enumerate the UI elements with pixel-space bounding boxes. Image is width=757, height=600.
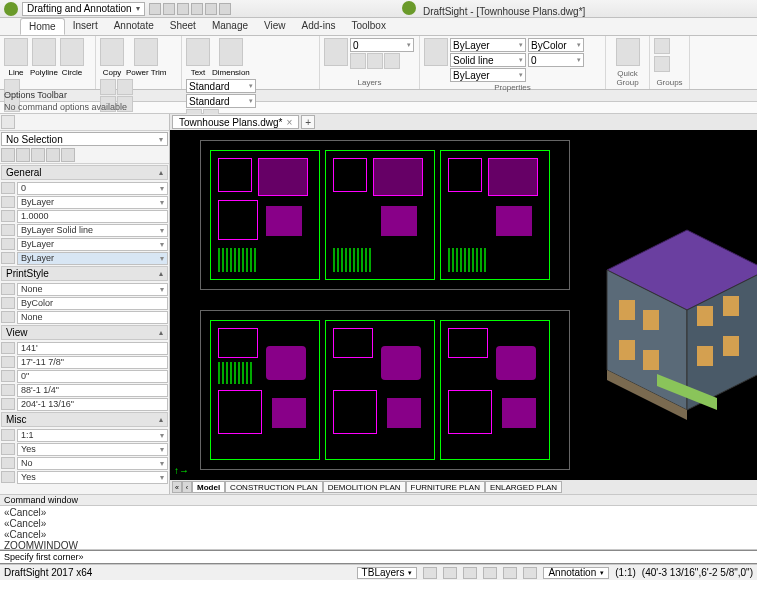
quick-access-toolbar: [149, 3, 231, 15]
prop-v2[interactable]: 17'-11 7/8": [17, 356, 168, 369]
tab-toolbox[interactable]: Toolbox: [343, 18, 393, 35]
prop-scale[interactable]: 1.0000: [17, 210, 168, 223]
add-doc-button[interactable]: +: [301, 115, 315, 129]
ps2-icon: [1, 297, 15, 309]
prop-m2[interactable]: Yes: [17, 443, 168, 456]
qat-new-icon[interactable]: [149, 3, 161, 15]
qat-print-icon[interactable]: [191, 3, 203, 15]
tab-view[interactable]: View: [256, 18, 294, 35]
qat-open-icon[interactable]: [163, 3, 175, 15]
window-title: DraftSight - [Townhouse Plans.dwg*]: [235, 1, 753, 17]
pal-filter-3-icon[interactable]: [31, 148, 45, 162]
prop-v3[interactable]: 0": [17, 370, 168, 383]
etrack-toggle[interactable]: [523, 567, 537, 579]
close-tab-icon[interactable]: ×: [286, 117, 292, 128]
lw-combo[interactable]: 0: [528, 53, 584, 67]
line-icon[interactable]: [4, 38, 28, 66]
prop-ps2[interactable]: ByColor: [17, 297, 168, 310]
pal-filter-4-icon[interactable]: [46, 148, 60, 162]
color-combo[interactable]: ByLayer: [450, 38, 526, 52]
grid-toggle[interactable]: [443, 567, 457, 579]
polyline-icon[interactable]: [32, 38, 56, 66]
sheet-construction[interactable]: CONSTRUCTION PLAN: [225, 481, 323, 493]
pal-pin-icon[interactable]: [1, 115, 15, 129]
layer-combo[interactable]: 0: [350, 38, 414, 52]
qat-redo-icon[interactable]: [219, 3, 231, 15]
tab-addins[interactable]: Add-ins: [294, 18, 344, 35]
group-icon[interactable]: [654, 38, 670, 54]
svg-rect-9: [697, 346, 713, 366]
layer2-combo[interactable]: ByLayer: [450, 68, 526, 82]
dim-style-combo[interactable]: Standard: [186, 94, 256, 108]
prop-highlight[interactable]: ByLayer: [17, 252, 168, 265]
layer-tool-3-icon[interactable]: [384, 53, 400, 69]
prop-m4[interactable]: Yes: [17, 471, 168, 484]
quick-group-icon[interactable]: [616, 38, 640, 66]
bycolor-combo[interactable]: ByColor: [528, 38, 584, 52]
pal-filter-5-icon[interactable]: [61, 148, 75, 162]
sheet-nav-first[interactable]: «: [172, 481, 182, 493]
qat-undo-icon[interactable]: [205, 3, 217, 15]
drawing-canvas[interactable]: ↑→: [170, 130, 757, 480]
command-window-header: Command window: [0, 494, 757, 506]
prop-m1[interactable]: 1:1: [17, 429, 168, 442]
ribbon-group-layers: 0 Layers: [320, 36, 420, 89]
doc-tab-active[interactable]: Townhouse Plans.dwg*×: [172, 115, 299, 129]
esnap-toggle[interactable]: [503, 567, 517, 579]
section-printstyle[interactable]: PrintStyle: [1, 266, 168, 281]
sheet-demolition[interactable]: DEMOLITION PLAN: [323, 481, 406, 493]
prop-ps1[interactable]: None: [17, 283, 168, 296]
sheet-model[interactable]: Model: [192, 481, 225, 493]
dimension-icon[interactable]: [219, 38, 243, 66]
power-trim-icon[interactable]: [134, 38, 158, 66]
ribbon: Line Polyline Circle Draw Copy Power Tri…: [0, 36, 757, 90]
prop-ps3[interactable]: None: [17, 311, 168, 324]
ungroup-icon[interactable]: [654, 56, 670, 72]
status-coords: (40'-3 13/16",6'-2 5/8",0"): [642, 567, 753, 578]
pal-filter-2-icon[interactable]: [16, 148, 30, 162]
layer-tool-2-icon[interactable]: [367, 53, 383, 69]
tab-annotate[interactable]: Annotate: [106, 18, 162, 35]
copy-icon[interactable]: [100, 38, 124, 66]
ps1-icon: [1, 283, 15, 295]
command-input[interactable]: Specify first corner»: [0, 550, 757, 564]
prop-linetype2[interactable]: ByLayer: [17, 238, 168, 251]
tblayers-button[interactable]: TBLayers: [357, 567, 418, 579]
qat-save-icon[interactable]: [177, 3, 189, 15]
section-view[interactable]: View: [1, 325, 168, 340]
properties-icon[interactable]: [424, 38, 448, 66]
tab-home[interactable]: Home: [20, 18, 65, 35]
annotation-scale[interactable]: Annotation: [543, 567, 609, 579]
line-combo[interactable]: Solid line: [450, 53, 526, 67]
text-icon[interactable]: [186, 38, 210, 66]
section-general[interactable]: General: [1, 165, 168, 180]
prop-v5[interactable]: 204'-1 13/16": [17, 398, 168, 411]
tab-insert[interactable]: Insert: [65, 18, 106, 35]
prop-v4[interactable]: 88'-1 1/4": [17, 384, 168, 397]
properties-palette: No Selection General 0 ByLayer 1.0000 By…: [0, 114, 170, 494]
selection-combo[interactable]: No Selection: [1, 132, 168, 146]
workspace-dropdown[interactable]: Drafting and Annotation: [22, 2, 145, 16]
sheet-nav-prev[interactable]: ‹: [182, 481, 192, 493]
polar-toggle[interactable]: [483, 567, 497, 579]
sheet-furniture[interactable]: FURNITURE PLAN: [406, 481, 485, 493]
prop-linetype[interactable]: ByLayer Solid line: [17, 224, 168, 237]
snap-toggle[interactable]: [423, 567, 437, 579]
tab-sheet[interactable]: Sheet: [162, 18, 204, 35]
pal-filter-1-icon[interactable]: [1, 148, 15, 162]
prop-layer[interactable]: 0: [17, 182, 168, 195]
circle-icon[interactable]: [60, 38, 84, 66]
text-style-combo[interactable]: Standard: [186, 79, 256, 93]
ortho-toggle[interactable]: [463, 567, 477, 579]
mirror-icon[interactable]: [100, 79, 116, 95]
tab-manage[interactable]: Manage: [204, 18, 256, 35]
fillet-icon[interactable]: [117, 79, 133, 95]
status-scale: (1:1): [615, 567, 636, 578]
section-misc[interactable]: Misc: [1, 412, 168, 427]
prop-color[interactable]: ByLayer: [17, 196, 168, 209]
layer-manager-icon[interactable]: [324, 38, 348, 66]
prop-m3[interactable]: No: [17, 457, 168, 470]
sheet-enlarged[interactable]: ENLARGED PLAN: [485, 481, 562, 493]
prop-v1[interactable]: 141': [17, 342, 168, 355]
layer-tool-1-icon[interactable]: [350, 53, 366, 69]
